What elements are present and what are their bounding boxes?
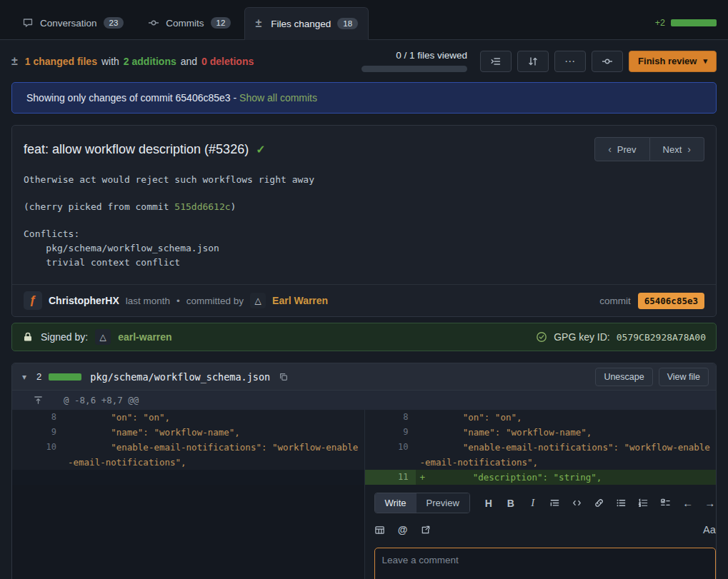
next-commit-button[interactable]: Next ›	[650, 137, 704, 161]
hunk-header-text: @ -8,6 +8,7 @@	[64, 395, 139, 406]
cherry-pick-line: (cherry picked from commit 515dd6612c)	[24, 200, 704, 214]
diff-mode-button[interactable]	[517, 51, 549, 72]
commit-message-line: Otherwise act would reject such workflow…	[24, 173, 704, 187]
file-header: ▾ 2 pkg/schema/workflow_schema.json Unes…	[12, 363, 716, 391]
new-line-number[interactable]: 9	[364, 425, 416, 440]
preview-tab[interactable]: Preview	[417, 493, 469, 513]
ellipsis-icon: ⋯	[564, 55, 576, 68]
cherry-commit-link[interactable]: 515dd6612c	[174, 201, 230, 212]
diff-stat-bar	[671, 19, 717, 26]
chat-bubble-icon	[22, 17, 34, 29]
write-preview-tabs: Write Preview	[374, 493, 470, 513]
chevron-right-icon: ›	[687, 144, 691, 155]
file-name-link[interactable]: pkg/schema/workflow_schema.json	[90, 371, 270, 383]
tab-files-changed[interactable]: ± Files changed 18	[244, 7, 369, 40]
cherry-prefix: (cherry picked from commit	[24, 201, 174, 212]
author-avatar[interactable]: ƒ	[24, 291, 42, 310]
diff-row: 9 "name": "workflow-name", 9 "name": "wo…	[12, 425, 716, 440]
caret-down-icon: ▾	[703, 56, 707, 66]
task-list-icon[interactable]	[660, 498, 672, 508]
toolbar-actions: 0 / 1 files viewed ⋯ Finish review ▾	[361, 50, 717, 72]
old-code-line: "name": "workflow-name",	[64, 425, 364, 440]
tab-conversation-label: Conversation	[40, 18, 97, 29]
commit-nav: ‹ Prev Next ›	[594, 137, 704, 161]
cherry-suffix: )	[231, 201, 236, 212]
bold-icon[interactable]: B	[505, 498, 517, 509]
copy-icon[interactable]	[279, 372, 289, 382]
commit-select-button[interactable]	[592, 51, 623, 72]
inline-comment-row: Write Preview H B I	[12, 485, 716, 579]
old-line-number[interactable]: 9	[12, 425, 64, 440]
commit-hash-block: commit 65406c85e3	[599, 293, 704, 309]
file-diff-stat-bar	[49, 373, 81, 381]
commit-label: commit	[599, 296, 631, 306]
new-code-line: "enable-email-notifications": "workflow-…	[416, 440, 717, 470]
heading-icon[interactable]: H	[483, 498, 494, 509]
committed-by-text: committed by	[186, 296, 244, 306]
with-text: with	[101, 56, 119, 67]
unescape-button[interactable]: Unescape	[595, 368, 652, 386]
signer-avatar[interactable]: △	[95, 329, 111, 345]
new-code-line: "name": "workflow-name",	[416, 425, 717, 440]
commit-message-body: Otherwise act would reject such workflow…	[12, 168, 716, 284]
comment-textarea[interactable]	[374, 548, 716, 579]
tab-conversation[interactable]: Conversation 23	[11, 6, 134, 39]
committer-avatar[interactable]: △	[250, 293, 266, 308]
gpg-key-block: GPG key ID: 0579CB2928A78A00	[536, 331, 706, 343]
prev-commit-button[interactable]: ‹ Prev	[594, 137, 649, 161]
view-file-button[interactable]: View file	[659, 368, 709, 386]
diff-row-added: 11 + "description": "string",	[12, 470, 716, 485]
old-line-number[interactable]: 10	[12, 440, 64, 470]
old-line-number[interactable]: 8	[12, 410, 64, 425]
write-tab[interactable]: Write	[375, 493, 417, 513]
code-icon[interactable]	[572, 498, 583, 508]
changed-files-link[interactable]: 1 changed files	[25, 56, 97, 67]
commit-summary-box: feat: allow workflow description (#5326)…	[11, 125, 717, 317]
prev-label: Prev	[617, 144, 637, 155]
new-line-number[interactable]: 10	[364, 440, 416, 470]
options-button[interactable]: ⋯	[554, 51, 586, 72]
added-code-text: "description": "string",	[430, 472, 602, 483]
finish-review-button[interactable]: Finish review ▾	[629, 51, 717, 72]
commit-header: feat: allow workflow description (#5326)…	[12, 126, 716, 168]
pr-tab-bar: Conversation 23 Commits 12 ± Files chang…	[0, 0, 728, 40]
comment-editor-toolbar-2: @ Aa	[374, 524, 716, 535]
link-icon[interactable]	[594, 498, 605, 508]
font-size-icon[interactable]: Aa	[703, 524, 716, 535]
committer-name-link[interactable]: Earl Warren	[272, 295, 328, 306]
git-commit-icon	[602, 56, 613, 67]
italic-icon[interactable]: I	[527, 497, 539, 509]
tab-commits[interactable]: Commits 12	[137, 6, 241, 39]
arrow-left-icon[interactable]: ←	[682, 497, 694, 509]
dot-separator: •	[176, 296, 180, 306]
swap-arrows-icon	[527, 56, 539, 67]
commit-hash-badge[interactable]: 65406c85e3	[638, 293, 704, 309]
signed-by-label: Signed by:	[41, 331, 88, 343]
show-all-commits-link[interactable]: Show all commits	[239, 92, 317, 104]
expand-hunk-icon[interactable]	[12, 395, 64, 406]
next-label: Next	[663, 144, 682, 155]
new-line-number[interactable]: 8	[364, 410, 416, 425]
signer-link[interactable]: earl-warren	[118, 331, 171, 343]
file-diff-box: ▾ 2 pkg/schema/workflow_schema.json Unes…	[11, 363, 717, 579]
conversation-count-badge: 23	[104, 17, 124, 29]
collapse-file-icon[interactable]: ▾	[19, 372, 29, 382]
diff-row: 8 "on": "on", 8 "on": "on",	[12, 410, 716, 425]
git-commit-icon	[148, 17, 159, 29]
unordered-list-icon[interactable]	[616, 498, 627, 508]
ordered-list-icon[interactable]	[638, 498, 649, 508]
blockquote-icon[interactable]	[549, 498, 561, 508]
author-name-link[interactable]: ChristopherHX	[49, 295, 119, 306]
file-change-count: 2	[36, 371, 41, 382]
reference-icon[interactable]	[420, 525, 432, 535]
finish-review-label: Finish review	[638, 56, 697, 66]
new-line-number[interactable]: 11	[364, 470, 416, 485]
comment-row-left-filler	[12, 485, 364, 579]
files-viewed-progress-bar	[361, 66, 467, 72]
file-tree-button[interactable]	[480, 51, 512, 72]
arrow-right-icon[interactable]: →	[704, 497, 716, 509]
mention-icon[interactable]: @	[397, 524, 409, 535]
table-icon[interactable]	[374, 525, 386, 535]
tab-commits-label: Commits	[166, 18, 204, 29]
check-icon: ✓	[256, 143, 265, 156]
